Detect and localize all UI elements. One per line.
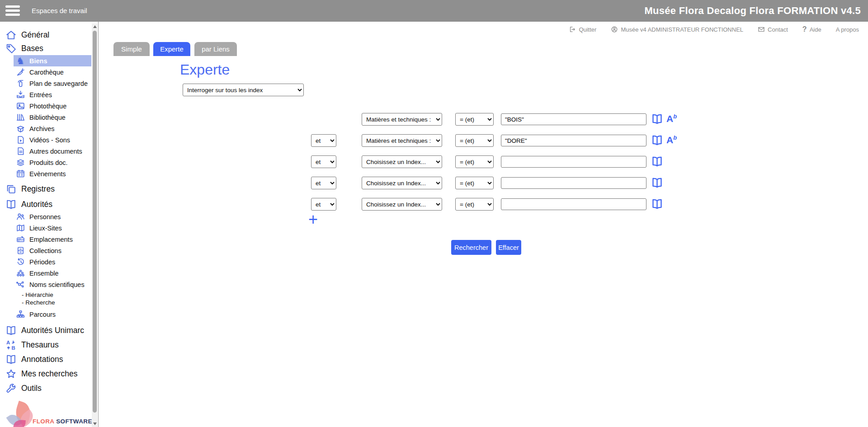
sidebar-item-recherche[interactable]: - Recherche: [22, 299, 92, 306]
index-browse-icon[interactable]: [651, 177, 663, 189]
flora-software-logo: FLORA SOFTWARE: [5, 404, 91, 427]
calendar-icon: [16, 169, 25, 178]
sidebar-item-evenements[interactable]: Evènements: [14, 168, 92, 179]
scroll-down-arrow-icon[interactable]: [92, 421, 98, 427]
alphabetical-browse-icon[interactable]: Ab: [666, 135, 677, 145]
map-icon: [16, 223, 25, 233]
sidebar-item-annotations[interactable]: Annotations: [0, 352, 92, 366]
index-select[interactable]: Choisissez un Index...: [362, 177, 442, 189]
sidebar-item-autorites[interactable]: Autorités: [0, 197, 92, 211]
sidebar-item-parcours[interactable]: Parcours: [14, 309, 92, 320]
index-browse-icon[interactable]: [651, 134, 663, 146]
books-icon: [16, 113, 25, 122]
sidebar-item-collections[interactable]: Collections: [14, 245, 92, 256]
sidebar-item-general[interactable]: Général: [0, 28, 92, 42]
document-icon: [16, 146, 25, 156]
scroll-up-arrow-icon[interactable]: [92, 23, 98, 30]
sidebar-item-hierarchie[interactable]: - Hiérarchie: [22, 291, 92, 299]
logo-text-software: SOFTWARE: [56, 418, 92, 425]
chess-knight-icon: ♞: [16, 56, 25, 66]
scrollbar-thumb[interactable]: [93, 31, 97, 413]
tab-simple[interactable]: Simple: [113, 42, 150, 56]
query-value-input[interactable]: [501, 156, 646, 168]
index-browse-icon[interactable]: [651, 198, 663, 210]
alphabetical-browse-icon[interactable]: Ab: [666, 113, 677, 124]
history-clock-icon: [16, 257, 25, 267]
index-select[interactable]: Matières et techniques :: [362, 113, 442, 126]
carrot-icon: [16, 67, 25, 77]
rechercher-button[interactable]: Rechercher: [451, 240, 491, 255]
sidebar-item-emplacements[interactable]: Emplacements: [14, 234, 92, 245]
query-value-input[interactable]: [501, 113, 646, 125]
home-icon: [5, 29, 17, 41]
operator-select[interactable]: = (et): [455, 155, 494, 168]
connector-select[interactable]: et: [311, 155, 336, 168]
query-value-input[interactable]: [501, 135, 646, 146]
tab-par-liens[interactable]: par Liens: [194, 42, 237, 56]
sidebar-item-outils[interactable]: Outils: [0, 381, 92, 395]
quitter-link[interactable]: Quitter: [569, 26, 596, 33]
sidebar-item-lieux-sites[interactable]: Lieux-Sites: [14, 222, 92, 234]
registers-icon: [5, 183, 17, 195]
query-value-input[interactable]: [501, 198, 646, 210]
query-value-input[interactable]: [501, 177, 646, 189]
sidebar-item-autres-documents[interactable]: Autres documents: [14, 145, 92, 157]
svg-text:B: B: [12, 345, 15, 350]
index-select[interactable]: Choisissez un Index...: [362, 198, 442, 211]
sidebar-item-phototheque[interactable]: Photothèque: [14, 100, 92, 112]
svg-text:A: A: [6, 340, 10, 345]
operator-select[interactable]: = (et): [455, 113, 494, 126]
sidebar-item-thesaurus[interactable]: AB Thesaurus: [0, 338, 92, 352]
sidebar-item-bibliotheque[interactable]: Bibliothèque: [14, 112, 92, 123]
org-chart-icon: [16, 310, 25, 319]
sidebar-item-noms-scientifiques[interactable]: Noms scientifiques: [14, 279, 92, 290]
index-select[interactable]: Choisissez un Index...: [362, 155, 442, 168]
app-title: Musée Flora Decalog Flora FORMATION v4.5: [644, 5, 861, 17]
index-browse-icon[interactable]: [651, 155, 663, 168]
cluster-icon: [16, 268, 25, 278]
sidebar-item-registres[interactable]: Registres: [0, 182, 92, 196]
connector-select[interactable]: et: [311, 198, 336, 211]
inbox-download-icon: [16, 90, 25, 99]
sidebar-item-archives[interactable]: Archives: [14, 123, 92, 134]
wrench-icon: [5, 383, 17, 394]
index-browse-icon[interactable]: [651, 113, 663, 125]
user-account-link[interactable]: Musée v4 ADMINISTRATEUR FONCTIONNEL: [611, 26, 743, 33]
query-row-2: et Matières et techniques : = (et) Ab: [311, 134, 682, 147]
sidebar-item-personnes[interactable]: Personnes: [14, 211, 92, 222]
sidebar-item-plan-de-sauvegarde[interactable]: Plan de sauvegarde: [14, 78, 92, 89]
contact-link[interactable]: Contact: [758, 26, 788, 33]
sidebar-item-biens[interactable]: ♞ Biens: [14, 55, 91, 66]
menu-hamburger-icon[interactable]: [5, 5, 20, 16]
operator-select[interactable]: = (et): [455, 177, 494, 189]
sidebar-item-carotheque[interactable]: Carothèque: [14, 66, 92, 78]
effacer-button[interactable]: Effacer: [496, 240, 521, 255]
tag-icon: [5, 43, 17, 54]
question-mark-icon: ?: [802, 25, 807, 33]
cabinet-icon: [16, 246, 25, 255]
sidebar-item-videos-sons[interactable]: Vidéos - Sons: [14, 134, 92, 145]
sidebar-item-entrees[interactable]: Entrées: [14, 89, 92, 100]
fire-extinguisher-icon: [16, 79, 25, 88]
sidebar-item-autorites-unimarc[interactable]: Autorités Unimarc: [0, 324, 92, 337]
sidebar-item-bases[interactable]: Bases: [0, 42, 92, 55]
open-book-icon: [5, 354, 17, 365]
connector-select[interactable]: et: [311, 177, 336, 189]
index-select[interactable]: Matières et techniques :: [362, 134, 442, 147]
add-criteria-button[interactable]: +: [308, 211, 318, 228]
aide-link[interactable]: ? Aide: [802, 25, 821, 33]
image-icon: [16, 101, 25, 111]
connector-select[interactable]: et: [311, 134, 336, 147]
index-scope-select[interactable]: Interroger sur tous les index: [183, 84, 304, 96]
operator-select[interactable]: = (et): [455, 134, 494, 147]
sidebar-item-produits-doc[interactable]: Produits doc.: [14, 157, 92, 168]
operator-select[interactable]: = (et): [455, 198, 494, 211]
sidebar-scrollbar[interactable]: [92, 23, 98, 427]
sidebar-item-periodes[interactable]: Périodes: [14, 256, 92, 267]
sidebar-item-ensemble[interactable]: Ensemble: [14, 267, 92, 279]
a-propos-link[interactable]: A propos: [836, 26, 859, 33]
sidebar-item-mes-recherches[interactable]: Mes recherches: [0, 367, 92, 380]
paper-stack-icon: [16, 158, 25, 167]
envelope-icon: [758, 26, 765, 33]
tab-experte[interactable]: Experte: [153, 42, 190, 56]
